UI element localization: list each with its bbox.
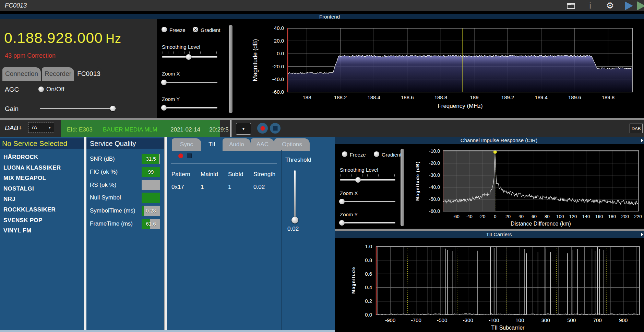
- cir-zoom-y-label: Zoom Y: [340, 211, 358, 217]
- zoom-x-slider-track[interactable]: [162, 82, 217, 83]
- record-indicator-icon[interactable]: [178, 153, 183, 158]
- svg-text:-40.0: -40.0: [429, 184, 440, 190]
- tab-fc0013[interactable]: FC0013: [75, 67, 103, 81]
- frontend-panel: 0.188.928.000Hz 43 ppm Correction Connec…: [0, 19, 157, 118]
- smoothing-slider[interactable]: [162, 54, 217, 60]
- cir-gradient-radio[interactable]: [374, 151, 379, 157]
- cir-zoom-y-slider-track[interactable]: [340, 222, 395, 224]
- gain-slider-knob[interactable]: [110, 106, 116, 111]
- zoom-y-slider[interactable]: [162, 105, 217, 111]
- svg-text:189.2: 189.2: [501, 94, 514, 100]
- zoom-y-slider-knob[interactable]: [161, 105, 167, 111]
- tab-audio[interactable]: Audio: [223, 138, 251, 151]
- agc-radio[interactable]: [38, 87, 44, 92]
- expand-dropdown-button[interactable]: ▼: [236, 123, 251, 135]
- ppm-correction: 43 ppm Correction: [5, 52, 56, 59]
- channel-value: 7A: [31, 125, 37, 130]
- record-button[interactable]: [257, 123, 268, 134]
- quality-rows: SNR (dB)31.5FIC (ok %)99RS (ok %)Null Sy…: [86, 137, 164, 330]
- service-item[interactable]: VINYL FM: [3, 227, 31, 234]
- svg-text:180: 180: [608, 214, 616, 219]
- cir-zoom-x-slider[interactable]: [340, 199, 395, 204]
- scroll-indicator-icon[interactable]: [641, 139, 643, 142]
- tii-table-row[interactable]: 0x17110.02: [167, 184, 280, 191]
- splitter[interactable]: [84, 137, 86, 330]
- cir-smoothing-slider[interactable]: [340, 177, 395, 183]
- service-item[interactable]: HÅRDROCK: [3, 154, 38, 161]
- svg-text:1.0: 1.0: [365, 243, 372, 249]
- cir-smoothing-slider-track[interactable]: [340, 179, 395, 181]
- ensemble-eid: EId: E303: [67, 126, 93, 133]
- tii-cell: 0.02: [253, 184, 265, 191]
- play-icon[interactable]: [625, 1, 633, 10]
- cir-smoothing-slider-knob[interactable]: [355, 177, 361, 183]
- tab-tii[interactable]: TII: [201, 138, 223, 151]
- info-icon[interactable]: i: [587, 2, 597, 10]
- quality-label: SymbolTime (ms): [90, 206, 135, 216]
- svg-text:189.6: 189.6: [568, 94, 581, 100]
- quality-meter: 0.28: [142, 206, 160, 216]
- gradient-radio[interactable]: [193, 27, 198, 32]
- svg-text:-60.0: -60.0: [429, 208, 440, 214]
- tii-col-header: MainId: [201, 171, 218, 178]
- settings-gear-icon[interactable]: ⚙: [605, 1, 615, 9]
- controls-scrollbar[interactable]: [229, 25, 232, 113]
- service-item[interactable]: LUGNA KLASSIKER: [3, 164, 61, 171]
- cir-zoom-y-slider[interactable]: [340, 220, 395, 226]
- svg-text:189: 189: [470, 94, 478, 100]
- service-item[interactable]: MIX MEGAPOL: [3, 175, 46, 182]
- ensemble-date: 2021-02-14: [170, 126, 200, 133]
- stop-button[interactable]: [270, 123, 281, 134]
- gain-slider[interactable]: [40, 106, 116, 111]
- splitter[interactable]: [164, 137, 167, 330]
- detail-tabs: SyncTIIAudioAACOptions: [167, 137, 335, 151]
- stop-indicator-icon[interactable]: [187, 153, 192, 158]
- main-section: No Service Selected HÅRDROCKLUGNA KLASSI…: [0, 137, 335, 330]
- smoothing-slider-knob[interactable]: [186, 54, 191, 60]
- tab-recorder[interactable]: Recorder: [42, 67, 74, 81]
- cir-controls-scrollbar[interactable]: [401, 149, 404, 226]
- cir-zoom-x-slider-knob[interactable]: [339, 199, 345, 204]
- tab-sync[interactable]: Sync: [172, 138, 201, 151]
- quality-row: Null Symbol: [86, 193, 164, 203]
- cir-freeze-radio[interactable]: [342, 151, 347, 157]
- threshold-slider-knob[interactable]: [291, 217, 298, 224]
- window-icon[interactable]: [567, 2, 577, 10]
- tab-connection[interactable]: Connection: [2, 67, 41, 81]
- play-secondary-icon[interactable]: [637, 1, 644, 10]
- cir-zoom-y-slider-knob[interactable]: [339, 220, 345, 226]
- quality-value: 0.28: [142, 206, 160, 216]
- service-list: HÅRDROCKLUGNA KLASSIKERMIX MEGAPOLNOSTAL…: [0, 149, 84, 330]
- tab-options[interactable]: Options: [274, 138, 310, 151]
- threshold-slider-track[interactable]: [294, 170, 296, 220]
- zoom-x-slider[interactable]: [162, 80, 217, 85]
- svg-text:500: 500: [567, 317, 576, 323]
- freeze-radio[interactable]: [162, 27, 167, 32]
- svg-text:0: 0: [494, 214, 497, 219]
- svg-text:900: 900: [619, 317, 628, 323]
- service-item[interactable]: NRJ: [3, 196, 15, 203]
- service-item[interactable]: NOSTALGI: [3, 185, 34, 192]
- threshold-value: 0.02: [287, 226, 299, 232]
- svg-text:-10.0: -10.0: [429, 148, 440, 154]
- cir-smoothing-ticks: [341, 174, 395, 176]
- gain-slider-track[interactable]: [40, 108, 116, 109]
- svg-text:189.8: 189.8: [602, 94, 615, 100]
- service-item[interactable]: SVENSK POP: [3, 217, 43, 224]
- quality-meter: 61.6: [142, 219, 160, 229]
- bottom-strip: [0, 330, 335, 332]
- dab-badge: DAB: [630, 124, 643, 133]
- cir-smoothing-label: Smoothing Level: [340, 167, 378, 173]
- freeze-label: Freeze: [169, 27, 186, 33]
- svg-text:188.6: 188.6: [401, 94, 414, 100]
- zoom-x-slider-knob[interactable]: [161, 80, 167, 85]
- zoom-y-slider-track[interactable]: [162, 107, 217, 108]
- service-item[interactable]: ROCKKLASSIKER: [3, 206, 56, 213]
- channel-combobox[interactable]: 7A ▼: [28, 123, 54, 133]
- tab-aac[interactable]: AAC: [251, 138, 274, 151]
- tii-cell: 0x17: [171, 184, 184, 191]
- agc-label: AGC: [5, 86, 19, 93]
- spectrum-plot[interactable]: 40.020.00.0-20.0-40.0-60.0188188.2188.41…: [237, 19, 644, 118]
- cir-zoom-x-slider-track[interactable]: [340, 201, 395, 202]
- svg-text:Distance Difference (km): Distance Difference (km): [511, 221, 571, 227]
